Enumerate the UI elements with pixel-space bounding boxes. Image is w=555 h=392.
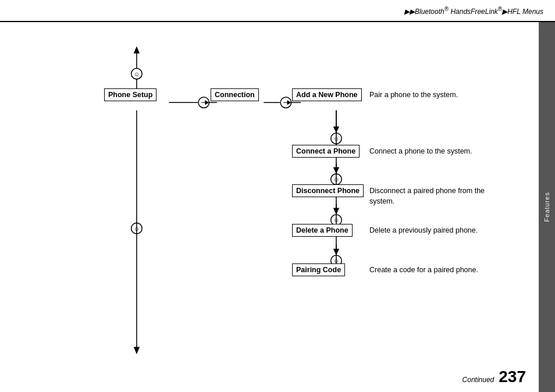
svg-marker-7 (134, 347, 140, 354)
connect-phone-box: Connect a Phone (292, 145, 360, 158)
svg-text:☺: ☺ (333, 136, 340, 142)
disconnect-phone-desc-line1: Disconnect a paired phone from the syste… (369, 186, 485, 206)
connection-box: Connection (211, 88, 259, 101)
pairing-code-desc: Create a code for a paired phone. (369, 265, 478, 276)
svg-marker-1 (134, 46, 140, 53)
disconnect-line2: system. (369, 197, 394, 205)
delete-phone-desc: Delete a previously paired phone. (369, 226, 478, 236)
svg-marker-40 (333, 249, 339, 255)
disconnect-phone-box: Disconnect Phone (292, 184, 364, 197)
svg-marker-28 (333, 168, 339, 174)
add-new-phone-box: Add a New Phone (292, 88, 362, 101)
delete-phone-box: Delete a Phone (292, 224, 353, 237)
svg-marker-34 (333, 208, 339, 215)
pairing-code-box: Pairing Code (292, 263, 345, 276)
disconnect-line1: Disconnect a paired phone from the (369, 187, 485, 195)
connect-phone-desc: Connect a phone to the system. (369, 147, 472, 157)
phone-setup-box: Phone Setup (104, 88, 156, 101)
svg-text:☺: ☺ (134, 226, 140, 232)
add-new-phone-desc: Pair a phone to the system. (369, 90, 458, 101)
svg-marker-22 (333, 126, 339, 133)
svg-text:☺: ☺ (333, 217, 340, 223)
svg-text:☺: ☺ (333, 176, 340, 183)
svg-text:☺: ☺ (134, 71, 140, 77)
